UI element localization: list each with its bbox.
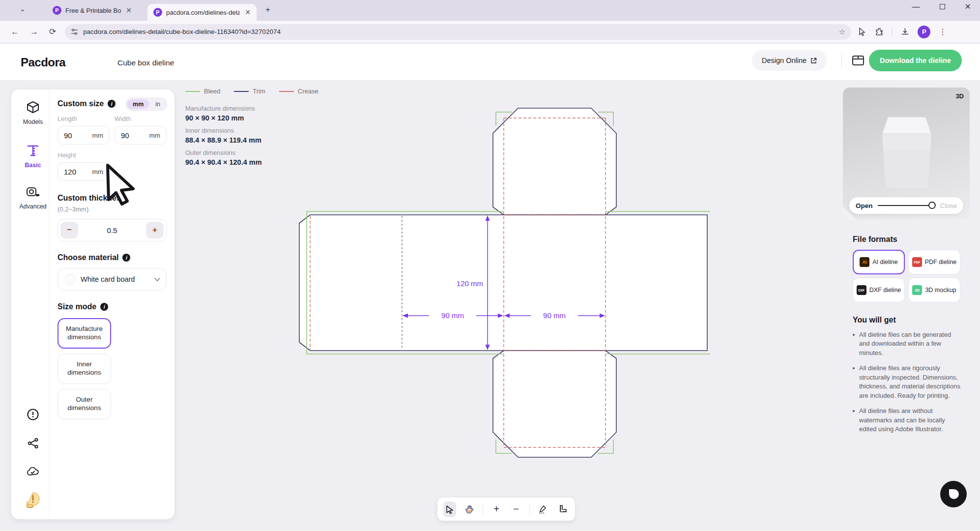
bookmark-star-icon[interactable]: ☆	[839, 28, 845, 36]
mode-inner-button[interactable]: Inner dimensions	[58, 354, 111, 384]
tab-search-chevron-icon[interactable]: ⌄	[20, 5, 26, 13]
cursor-extension-icon[interactable]	[858, 28, 866, 36]
benefit-text: All dieline files can be generated and d…	[859, 330, 963, 357]
box-3d-render	[843, 101, 970, 200]
you-will-get-list: All dieline files can be generated and d…	[853, 330, 963, 441]
url-text[interactable]: pacdora.com/dielines-detail/cube-box-die…	[83, 28, 834, 35]
width-label: Width	[115, 115, 167, 122]
legend-trim: Trim	[234, 88, 265, 95]
chat-widget-button[interactable]	[940, 481, 967, 507]
url-bar[interactable]: pacdora.com/dielines-detail/cube-box-die…	[65, 24, 851, 40]
size-mode-options: Manufacture dimensions Inner dimensions …	[58, 318, 167, 419]
cloud-save-button[interactable]	[11, 466, 55, 477]
slider-track[interactable]	[878, 205, 935, 206]
width-input[interactable]: 90 mm	[115, 126, 167, 145]
width-dim-label-1: 90 mm	[441, 311, 464, 320]
thickness-label: Custom thickness	[58, 194, 125, 203]
thickness-decrease-button[interactable]: −	[60, 222, 78, 238]
reload-icon[interactable]: ⟳	[49, 27, 56, 37]
zoom-in-button[interactable]: +	[490, 502, 503, 517]
thickness-increase-button[interactable]: +	[146, 222, 164, 238]
format-3d-mockup-button[interactable]: 3D 3D mockup	[908, 278, 960, 302]
window-restore-button[interactable]	[940, 4, 945, 9]
package-icon[interactable]	[851, 53, 865, 68]
legend-crease: Crease	[279, 88, 318, 95]
info-icon[interactable]: i	[108, 100, 115, 108]
zoom-out-button[interactable]: −	[510, 502, 522, 517]
size-mode-label: Size mode	[58, 302, 96, 311]
unit-in-option[interactable]: in	[149, 99, 166, 109]
tab-close-icon[interactable]: ✕	[244, 8, 252, 16]
dieline-drawing[interactable]: 120 mm 90 mm 90 mm	[292, 94, 710, 473]
benefit-item: All dieline files are rigorously structu…	[853, 364, 963, 400]
width-field-group: Width 90 mm	[115, 115, 167, 145]
mode-outer-button[interactable]: Outer dimensions	[58, 389, 111, 419]
width-dim-label-2: 90 mm	[543, 311, 566, 320]
length-input[interactable]: 90 mm	[58, 126, 110, 145]
canvas-toolbar: + −	[437, 498, 575, 521]
sidebar-item-advanced[interactable]: Advanced	[11, 186, 55, 210]
toolbar-divider	[529, 504, 530, 515]
ai-file-icon: Ai	[860, 257, 869, 267]
material-dropdown[interactable]: White card board	[58, 268, 167, 291]
toolbar-extensions: P ⋮	[858, 26, 947, 38]
format-label: PDF dieline	[925, 259, 957, 266]
thickness-value[interactable]: 0.5	[78, 226, 146, 235]
browser-tab-2-active[interactable]: P pacdora.com/dielines-detail/ ✕	[147, 4, 257, 21]
open-close-slider[interactable]: Open Close	[849, 197, 963, 214]
format-pdf-button[interactable]: PDF PDF dieline	[908, 250, 960, 274]
panel-content: Custom size i mm in Length 90 mm Width 9…	[50, 89, 174, 519]
bottom-flap	[493, 351, 616, 457]
pan-tool-button[interactable]	[463, 502, 476, 517]
unit-mm-option[interactable]: mm	[127, 99, 149, 109]
format-dxf-button[interactable]: DXF DXF dieline	[853, 278, 905, 302]
bullet-dot	[853, 410, 855, 412]
preview-3d-card[interactable]: 3D Open Close	[843, 88, 970, 219]
profile-avatar[interactable]: P	[918, 26, 930, 38]
puzzle-extensions-icon[interactable]	[875, 28, 884, 36]
sidebar-item-models[interactable]: Models	[11, 100, 55, 125]
mode-manufacture-button[interactable]: Manufacture dimensions	[58, 318, 111, 349]
pacdora-logo[interactable]: Pacdora	[21, 56, 65, 69]
pro-feedback-button[interactable]: PRO	[11, 492, 55, 509]
tab-close-icon[interactable]: ✕	[125, 6, 133, 14]
settings-panel: Models Basic Advanced PRO	[11, 89, 174, 519]
measure-tool-button[interactable]	[556, 502, 569, 517]
download-icon[interactable]	[901, 28, 909, 36]
rotate-3d-icon[interactable]: 3D	[955, 92, 964, 100]
browser-menu-icon[interactable]: ⋮	[939, 27, 947, 36]
site-info-icon[interactable]	[71, 28, 78, 35]
new-tab-button[interactable]: +	[265, 5, 270, 15]
report-issue-button[interactable]	[11, 408, 55, 421]
bleed-swatch	[185, 91, 200, 92]
format-ai-button[interactable]: Ai AI dieline	[853, 250, 905, 274]
sidebar-item-basic[interactable]: Basic	[11, 144, 55, 169]
tape-measure-icon	[26, 186, 40, 199]
share-button[interactable]	[11, 437, 55, 449]
design-online-button[interactable]: Design Online	[752, 50, 827, 71]
browser-tab-1[interactable]: P Free & Printable Box Templat ✕	[47, 2, 138, 19]
svg-text:PRO: PRO	[28, 504, 33, 507]
slider-knob[interactable]	[928, 202, 936, 209]
info-icon[interactable]: i	[122, 254, 130, 262]
benefit-item: All dieline files are without watermarks…	[853, 407, 963, 434]
legend-label: Trim	[253, 88, 265, 95]
unit-toggle: mm in	[125, 97, 168, 111]
window-minimize-button[interactable]: —	[912, 2, 920, 11]
back-icon[interactable]: ←	[11, 27, 19, 37]
forward-icon[interactable]: →	[30, 27, 38, 37]
trim-swatch	[234, 91, 249, 92]
you-will-get-title: You will get	[853, 316, 896, 324]
info-icon[interactable]: i	[100, 303, 108, 311]
height-value: 120	[64, 168, 76, 176]
browser-toolbar: ← → ⟳ pacdora.com/dielines-detail/cube-b…	[0, 21, 980, 43]
annotate-tool-button[interactable]	[537, 502, 549, 517]
toolbar-divider	[483, 504, 483, 515]
height-input[interactable]: 120 mm	[58, 162, 110, 181]
mode-label: Outer dimensions	[60, 396, 109, 413]
download-dieline-button[interactable]: Download the dieline	[869, 50, 962, 71]
select-tool-button[interactable]	[443, 502, 456, 517]
dxf-file-icon: DXF	[857, 285, 866, 295]
page-curl-decoration	[843, 206, 856, 219]
window-close-button[interactable]: ✕	[965, 2, 971, 11]
